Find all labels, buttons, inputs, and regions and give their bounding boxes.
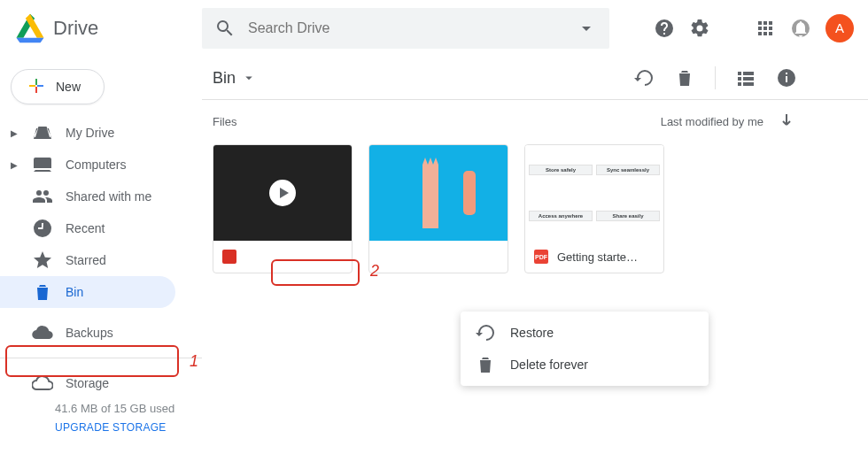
nav-label: Starred [66,253,106,267]
computers-icon [32,154,53,175]
nav-label: Storage [66,376,109,390]
app-name: Drive [53,17,98,40]
file-card[interactable] [368,144,508,273]
cloud-outline-icon [32,373,53,394]
logo-area[interactable]: Drive [14,12,202,44]
thumbnail [213,145,352,241]
restore-icon [475,322,496,343]
sort-direction-icon[interactable] [776,111,797,132]
cloud-icon [32,322,53,343]
nav-backups[interactable]: ▶Backups [0,317,202,349]
help-icon[interactable] [654,18,675,39]
main-content: Bin Files Last modified by me [202,57,868,454]
clock-icon [32,218,53,239]
divider [715,66,716,89]
nav-storage[interactable]: ▶Storage [0,367,202,399]
section-header: Files Last modified by me [202,100,815,137]
nav-bin[interactable]: ▶Bin [0,276,175,308]
nav-label: Bin [66,285,83,299]
storage-used: 41.6 MB of 15 GB used [55,399,202,419]
drive-logo-icon [14,12,46,44]
delete-icon[interactable] [674,67,695,88]
sort-label[interactable]: Last modified by me [661,115,763,128]
menu-label: Delete forever [510,358,588,372]
nav-starred[interactable]: ▶Starred [0,244,202,276]
nav-label: Shared with me [66,189,151,204]
dropdown-icon [241,70,257,86]
header: Drive A [0,0,868,57]
file-card[interactable] [213,144,353,273]
context-menu: Restore Delete forever [461,312,709,386]
search-options-icon[interactable] [576,18,597,39]
avatar[interactable]: A [825,14,854,42]
apps-icon[interactable] [755,18,776,39]
menu-restore[interactable]: Restore [461,317,709,349]
nav-recent[interactable]: ▶Recent [0,212,202,244]
chevron-right-icon: ▶ [11,128,19,138]
nav-computers[interactable]: ▶Computers [0,149,202,181]
info-icon[interactable] [776,67,797,88]
header-actions: A [654,14,854,42]
annotation-number: 1 [190,352,198,371]
upgrade-storage-link[interactable]: UPGRADE STORAGE [55,419,202,436]
trash-icon [475,354,496,375]
divider [0,358,202,358]
nav-label: Recent [66,221,105,235]
section-label: Files [213,115,236,128]
file-card[interactable]: Store safely Sync seamlessly Access anyw… [524,144,664,273]
sidebar: New ▶My Drive ▶Computers ▶Shared with me… [0,57,202,454]
new-label: New [56,80,81,94]
trash-icon [32,281,53,303]
nav-label: Computers [66,158,126,172]
file-grid: Store safely Sync seamlessly Access anyw… [202,137,815,281]
pdf-type-icon: PDF [534,250,548,264]
drive-icon [32,122,53,143]
menu-delete-forever[interactable]: Delete forever [461,349,709,381]
svg-rect-2 [786,76,787,82]
plus-icon [26,75,47,99]
chevron-right-icon: ▶ [11,160,19,170]
path-label: Bin [213,69,236,88]
list-view-icon[interactable] [735,67,756,88]
search-input[interactable] [248,20,563,36]
new-button[interactable]: New [11,69,105,104]
star-icon [32,250,53,271]
nav-shared[interactable]: ▶Shared with me [0,181,202,212]
file-name: Getting starte… [557,250,638,264]
play-icon [269,180,296,206]
settings-icon[interactable] [689,18,710,39]
thumbnail [369,145,508,241]
nav-label: My Drive [66,126,114,140]
restore-icon[interactable] [633,67,655,88]
people-icon [32,186,53,207]
nav-my-drive[interactable]: ▶My Drive [0,117,202,149]
search-icon [214,18,236,39]
location-path[interactable]: Bin [213,69,257,88]
nav-label: Backups [66,326,113,340]
search-bar[interactable] [202,8,609,49]
notifications-icon[interactable] [790,18,811,39]
svg-rect-3 [786,73,787,74]
storage-details: 41.6 MB of 15 GB used UPGRADE STORAGE [0,399,202,436]
thumbnail: Store safely Sync seamlessly Access anyw… [525,145,663,241]
menu-label: Restore [510,326,554,340]
video-type-icon [222,250,236,264]
annotation-number: 2 [370,262,379,281]
toolbar: Bin [202,57,815,99]
